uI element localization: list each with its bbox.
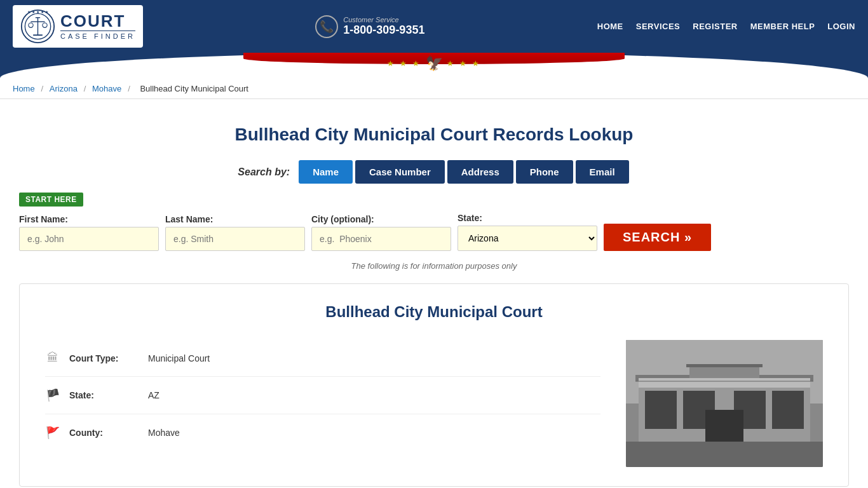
court-type-row: 🏛 Court Type: Municipal Court [45,340,600,377]
svg-rect-19 [639,378,810,388]
nav-services[interactable]: SERVICES [636,22,681,31]
court-type-value: Municipal Court [148,353,210,363]
logo-case-finder-text: CASE FINDER [60,30,135,40]
last-name-label: Last Name: [165,214,305,224]
court-details: 🏛 Court Type: Municipal Court 🏴 State: A… [45,340,600,467]
last-name-input[interactable] [165,227,305,251]
eagle-icon: 🦅 [426,55,443,72]
search-by-row: Search by: Name Case Number Address Phon… [19,160,849,184]
main-content: Bullhead City Municipal Court Records Lo… [0,99,868,488]
city-input[interactable] [311,227,451,251]
state-row: 🏴 State: AZ [45,377,600,414]
last-name-group: Last Name: [165,214,305,251]
phone-area: 📞 Customer Service 1-800-309-9351 [315,15,424,38]
state-icon: 🏴 [45,388,60,402]
search-form-container: START HERE First Name: Last Name: City (… [19,193,849,271]
main-nav: HOME SERVICES REGISTER MEMBER HELP LOGIN [597,22,855,31]
stars-right: ★ ★ ★ [447,59,482,68]
logo-emblem-icon: ★ ★ ★ ★ ★ [20,9,55,44]
search-by-label: Search by: [238,166,290,178]
tab-case-number[interactable]: Case Number [355,160,445,184]
phone-icon: 📞 [315,15,338,38]
nav-login[interactable]: LOGIN [827,22,855,31]
tab-address[interactable]: Address [447,160,513,184]
county-row: 🚩 County: Mohave [45,414,600,451]
state-select[interactable]: Arizona Alabama Alaska California Colora… [458,226,597,251]
court-info-body: 🏛 Court Type: Municipal Court 🏴 State: A… [45,340,823,467]
nav-register[interactable]: REGISTER [693,22,737,31]
state-label: State: [458,213,597,223]
breadcrumb: Home / Arizona / Mohave / Bullhead City … [0,78,868,99]
logo-box: ★ ★ ★ ★ ★ COURT CASE FINDER [13,5,143,48]
state-detail-label: State: [69,390,139,400]
court-info-box: Bullhead City Municipal Court 🏛 Court Ty… [19,283,849,487]
breadcrumb-county[interactable]: Mohave [92,84,121,93]
state-detail-value: AZ [148,390,159,400]
tab-email[interactable]: Email [576,160,629,184]
info-note: The following is for information purpose… [19,261,849,271]
phone-label: Customer Service [343,16,424,24]
building-icon: 🏛 [45,351,60,365]
state-group: State: Arizona Alabama Alaska California… [458,213,597,251]
first-name-input[interactable] [19,227,159,251]
breadcrumb-sep1: / [41,84,46,93]
page-title: Bullhead City Municipal Court Records Lo… [19,125,849,145]
svg-text:★ ★ ★ ★ ★: ★ ★ ★ ★ ★ [27,10,48,14]
tab-phone[interactable]: Phone [516,160,573,184]
logo-court-text: COURT [60,13,135,29]
svg-rect-17 [772,391,804,429]
search-form-row: First Name: Last Name: City (optional): … [19,213,849,251]
county-detail-label: County: [69,428,139,438]
breadcrumb-current: Bullhead City Municipal Court [140,84,248,93]
svg-rect-22 [686,364,763,367]
search-button[interactable]: SEARCH » [604,224,711,251]
swoosh-eagle: ★ ★ ★ 🦅 ★ ★ ★ [387,55,481,72]
svg-rect-14 [645,391,677,429]
start-here-badge: START HERE [19,193,83,207]
city-label: City (optional): [311,214,451,224]
county-detail-value: Mohave [148,428,180,438]
county-icon: 🚩 [45,426,60,440]
header-swoosh: ★ ★ ★ 🦅 ★ ★ ★ [0,53,868,78]
court-building-svg [626,340,823,467]
phone-number: 1-800-309-9351 [343,24,424,36]
breadcrumb-sep3: / [128,84,132,93]
svg-rect-11 [626,442,823,467]
breadcrumb-sep2: / [84,84,88,93]
svg-point-6 [43,23,47,27]
logo-text: COURT CASE FINDER [60,13,135,40]
first-name-label: First Name: [19,214,159,224]
nav-home[interactable]: HOME [597,22,623,31]
tab-name[interactable]: Name [299,160,353,184]
city-group: City (optional): [311,214,451,251]
stars-left: ★ ★ ★ [387,59,422,68]
nav-member-help[interactable]: MEMBER HELP [750,22,815,31]
first-name-group: First Name: [19,214,159,251]
svg-rect-18 [705,410,743,442]
court-type-label: Court Type: [69,353,139,363]
breadcrumb-home[interactable]: Home [13,84,35,93]
svg-point-5 [29,23,33,27]
site-header: ★ ★ ★ ★ ★ COURT CASE FINDER 📞 C [0,0,868,78]
court-building-image [626,340,823,467]
phone-text: Customer Service 1-800-309-9351 [343,16,424,37]
court-info-title: Bullhead City Municipal Court [45,303,823,321]
breadcrumb-state[interactable]: Arizona [50,84,78,93]
logo-area: ★ ★ ★ ★ ★ COURT CASE FINDER [13,5,143,48]
